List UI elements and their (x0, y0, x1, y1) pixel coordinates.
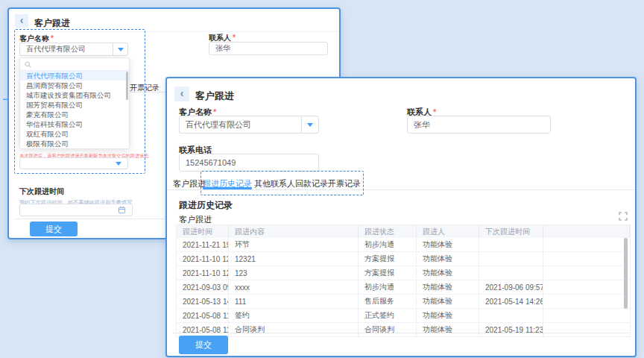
cell-follow-person: 功能体验 (417, 238, 479, 251)
col-follow-person: 跟进人 (417, 225, 479, 238)
chevron-down-icon (118, 48, 124, 51)
table-row: 2021-11-21 19:15:44 环节 初步沟通 功能体验 (177, 238, 630, 252)
cell-follow-time: 2021-05-08 11:22:38 (177, 323, 229, 336)
cell-follow-content: xxxx (229, 280, 359, 294)
chevron-down-icon (116, 162, 121, 166)
calendar-icon (118, 206, 126, 214)
table-title: 客户跟进 (179, 214, 212, 225)
follow-status-select[interactable] (19, 157, 128, 169)
table-row: 2021-09-03 09:56:19 xxxx 初步沟通 功能体验 2021-… (177, 280, 630, 295)
chevron-down-icon (307, 123, 313, 127)
tabs-divider (167, 189, 635, 190)
select-arrow-button[interactable] (301, 116, 319, 134)
cell-follow-person: 功能体验 (417, 323, 479, 336)
table-row: 2021-05-13 14:25:31 111 售后服务 功能体验 2021-0… (177, 295, 630, 309)
cell-follow-person: 功能体验 (417, 309, 479, 322)
cell-follow-status: 正式签约 (359, 309, 417, 322)
customer-dropdown-panel: 百代代理有限公司 昌润商贸有限公司 城市建设投资集团有限公司 国芳贸易有限公司 … (19, 57, 130, 149)
phone-input[interactable]: 15245671049 (179, 154, 319, 172)
cell-next-follow-time: 2021-05-14 14:26:25 (479, 295, 543, 308)
cell-next-follow-time (479, 252, 543, 266)
page-title: 客户跟进 (34, 17, 70, 30)
section-title: 跟进历史记录 (179, 199, 233, 212)
cell-follow-person: 功能体验 (417, 266, 479, 280)
front-window: ‹ 客户跟进 客户名称* 百代代理有限公司 联系人* 张华 联系电话 15245… (165, 77, 637, 357)
dropdown-option[interactable]: 百代代理有限公司 (20, 71, 129, 81)
cell-follow-person: 功能体验 (417, 280, 479, 294)
back-chevron-icon: ‹ (20, 15, 24, 25)
customer-name-select[interactable]: 百代代理有限公司 (19, 43, 128, 56)
col-next-follow-time: 下次跟进时间 (479, 225, 543, 238)
customer-name-value: 百代代理有限公司 (19, 43, 113, 56)
cell-next-follow-time: 2021-05-19 11:23:51 (479, 323, 543, 336)
cell-follow-time: 2021-05-13 14:25:31 (177, 295, 229, 308)
dropdown-option[interactable]: 城市建设投资集团有限公司 (20, 90, 129, 100)
page-title: 客户跟进 (195, 90, 234, 103)
table-row: 2021-05-08 11:23:56 签约 正式签约 功能体验 (177, 309, 630, 323)
customer-name-value: 百代代理有限公司 (179, 116, 301, 134)
cell-follow-status: 方案提报 (359, 266, 417, 280)
dropdown-option[interactable]: 华信科技有限公司 (20, 119, 129, 129)
cell-next-follow-time (479, 309, 543, 322)
cell-follow-status: 售后服务 (359, 295, 417, 308)
cell-next-follow-time (479, 266, 543, 280)
col-follow-time: 跟进时间 (177, 225, 229, 238)
cell-follow-status: 初步沟通 (359, 238, 417, 251)
col-empty (543, 225, 630, 238)
cell-follow-content: 111 (229, 295, 359, 308)
back-button[interactable]: ‹ (174, 87, 189, 101)
customer-name-select[interactable]: 百代代理有限公司 (179, 116, 319, 134)
select-arrow-button[interactable] (113, 43, 128, 56)
contact-input[interactable]: 张华 (209, 42, 328, 55)
search-icon (25, 61, 31, 68)
cell-next-follow-time: 2021-09-06 09:57:25 (479, 280, 543, 294)
table-scrollbar[interactable] (624, 238, 628, 309)
dropdown-option[interactable]: 豪克有限公司 (20, 110, 129, 119)
cell-follow-person: 功能体验 (417, 295, 479, 308)
submit-button[interactable]: 提交 (179, 336, 228, 354)
col-follow-status: 跟进状态 (359, 225, 417, 238)
submit-button[interactable]: 提交 (30, 222, 78, 236)
cell-follow-person: 功能体验 (417, 252, 479, 266)
dropdown-search-input[interactable] (20, 58, 129, 71)
tab-customer-follow[interactable]: 客户跟进 (173, 178, 206, 189)
table-row: 2021-11-10 12:52:27 123 方案提报 功能体验 (177, 266, 630, 280)
fullscreen-icon (619, 212, 628, 221)
contact-input[interactable]: 张华 (407, 116, 551, 134)
cell-next-follow-time (479, 238, 543, 251)
table-row: 2021-11-10 12:53:27 12321 方案提报 功能体验 (177, 252, 630, 266)
cell-follow-time: 2021-11-21 19:15:44 (177, 238, 229, 251)
dropdown-scrollbar[interactable] (126, 72, 128, 100)
cell-follow-content: 签约 (229, 309, 359, 322)
tab-other-contacts[interactable]: 其他联系人 (254, 178, 295, 189)
back-chevron-icon: ‹ (180, 88, 184, 98)
cell-follow-time: 2021-09-03 09:56:19 (177, 280, 229, 294)
next-follow-time-label: 下次跟进时间 (19, 186, 64, 197)
cell-follow-status: 初步沟通 (359, 280, 417, 294)
dropdown-option[interactable]: 双红有限公司 (20, 129, 129, 139)
col-follow-content: 跟进内容 (229, 225, 359, 238)
dropdown-option[interactable]: 极限有限公司 (20, 139, 129, 148)
dropdown-option[interactable]: 昌润商贸有限公司 (20, 81, 129, 90)
cell-follow-content: 123 (229, 266, 359, 280)
cell-follow-time: 2021-05-08 11:23:56 (177, 309, 229, 322)
fullscreen-button[interactable] (617, 210, 629, 222)
required-mark: * (233, 34, 236, 42)
follow-history-table: 跟进时间 跟进内容 跟进状态 跟进人 下次跟进时间 2021-11-21 19:… (176, 224, 631, 337)
cell-follow-status: 方案提报 (359, 252, 417, 266)
next-follow-time-input[interactable] (19, 204, 133, 216)
tab-invoice-records[interactable]: 开票记录 (328, 178, 361, 189)
active-tab-underline (203, 187, 252, 189)
header-divider (9, 31, 339, 32)
cell-follow-content: 环节 (229, 238, 359, 251)
cell-follow-content: 合同谈判 (229, 323, 359, 336)
cell-follow-status: 合同谈判 (359, 323, 417, 336)
table-header-row: 跟进时间 跟进内容 跟进状态 跟进人 下次跟进时间 (177, 225, 630, 238)
tab-payment-records[interactable]: 回款记录 (295, 178, 328, 189)
back-button[interactable]: ‹ (15, 14, 28, 28)
table-row: 2021-05-08 11:22:38 合同谈判 合同谈判 功能体验 2021-… (177, 323, 630, 336)
dropdown-option[interactable]: 国芳贸易有限公司 (20, 100, 129, 110)
annotation-minus-marker: − (2, 94, 7, 104)
required-mark: * (51, 34, 54, 43)
footer-divider (173, 333, 629, 333)
